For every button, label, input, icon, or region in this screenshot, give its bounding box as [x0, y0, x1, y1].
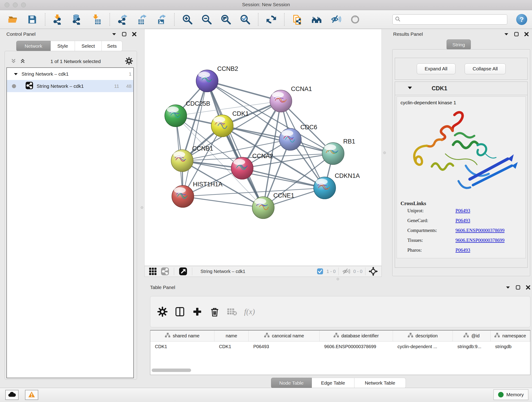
network-edge-HIST1H1A-CCNE1[interactable]	[183, 196, 263, 208]
network-edge-CCNB2-CCNE1[interactable]	[207, 81, 263, 208]
search-icon	[395, 16, 400, 23]
network-node-CCNB2[interactable]	[196, 70, 218, 92]
network-node-CCNB1[interactable]	[171, 150, 193, 172]
collection-expand-icon[interactable]	[14, 71, 18, 77]
column-header-name[interactable]: name	[215, 331, 249, 341]
results-panel-close-icon[interactable]	[524, 32, 529, 36]
export-network-button[interactable]	[116, 12, 130, 27]
table-panel-float-icon[interactable]	[516, 285, 520, 290]
network-node-RB1[interactable]	[322, 143, 344, 165]
tab-node-table[interactable]: Node Table	[271, 378, 312, 388]
left-splitter-handle[interactable]	[141, 206, 143, 209]
table-options-gear-icon[interactable]	[155, 304, 170, 319]
hide-graphics-button[interactable]	[329, 12, 343, 27]
preview-eye-button[interactable]	[348, 12, 362, 27]
right-splitter-handle[interactable]	[383, 152, 386, 154]
network-row-selected[interactable]: String Network – cdk1 11 48	[7, 80, 133, 92]
crosslink-link[interactable]: P06493	[456, 208, 470, 213]
column-header-database-identifier[interactable]: database identifier	[320, 331, 393, 341]
search-box[interactable]	[393, 14, 507, 25]
tab-network[interactable]: Network	[16, 41, 51, 51]
network-canvas[interactable]: CCNB2CCNA1CDC25BCDK1CDC6RB1CCNB1CCNA2CDK…	[144, 29, 382, 266]
hierarchy-icon	[494, 333, 500, 339]
tab-style[interactable]: Style	[51, 41, 75, 51]
network-node-CDC25B[interactable]	[165, 105, 187, 127]
crosslink-link[interactable]: 9606.ENSP00000378699	[456, 237, 505, 243]
network-node-CDC6[interactable]	[279, 128, 301, 150]
table-row[interactable]: CDK1CDK1P064939606.ENSP00000378699cyclin…	[150, 341, 530, 351]
tab-select[interactable]: Select	[75, 41, 102, 51]
collapse-all-button[interactable]: Collapse All	[465, 64, 506, 74]
import-database-button[interactable]	[70, 12, 85, 27]
delete-column-trash-icon[interactable]	[207, 304, 222, 319]
expand-all-button[interactable]: Expand All	[417, 64, 456, 74]
export-table-button[interactable]	[135, 12, 149, 27]
warning-button[interactable]	[25, 390, 38, 400]
fit-selected-crosshair-icon[interactable]	[369, 267, 378, 276]
tab-edge-table[interactable]: Edge Table	[312, 378, 355, 388]
refresh-button[interactable]	[264, 12, 278, 27]
network-edge-count: 48	[121, 83, 133, 89]
birdseye-grid-icon[interactable]	[149, 267, 157, 275]
table-panel-menu-icon[interactable]	[506, 286, 510, 289]
network-options-gear-icon[interactable]	[125, 57, 133, 66]
tab-sets[interactable]: Sets	[102, 41, 122, 51]
crosslink-link[interactable]: 9606.ENSP00000378699	[456, 228, 505, 233]
network-node-CCNA1[interactable]	[270, 90, 292, 112]
zoom-selected-button[interactable]	[238, 12, 252, 27]
table-panel-close-icon[interactable]	[526, 285, 530, 290]
export-image-button[interactable]	[154, 12, 168, 27]
bottom-splitter-handle[interactable]	[336, 278, 339, 280]
import-network-button[interactable]	[51, 12, 65, 27]
crosslink-link[interactable]: P06493	[456, 247, 470, 253]
show-columns-icon[interactable]	[172, 304, 187, 319]
tab-string[interactable]: String	[447, 39, 471, 50]
preview-eye-icon	[350, 14, 360, 25]
save-session-button[interactable]	[25, 12, 39, 27]
table-cell: P06493	[249, 344, 320, 349]
expand-all-networks-icon[interactable]	[19, 57, 26, 65]
open-in-window-icon[interactable]	[179, 267, 187, 276]
crosslink-label: Tissues:	[407, 237, 456, 243]
zoom-out-button[interactable]	[200, 12, 214, 27]
search-input[interactable]	[402, 17, 505, 22]
control-panel-menu-icon[interactable]	[112, 32, 116, 36]
column-header--id[interactable]: @id	[453, 331, 491, 341]
network-node-CCNA2[interactable]	[231, 157, 253, 179]
selected-checkbox-icon[interactable]	[317, 268, 323, 274]
collapse-all-networks-icon[interactable]	[10, 57, 17, 65]
string-home-button[interactable]	[310, 12, 324, 27]
clone-network-button[interactable]	[290, 12, 304, 27]
network-collection-row[interactable]: String Network – cdk1 1	[7, 68, 133, 80]
column-header-namespace[interactable]: namespace	[491, 331, 530, 341]
control-panel-float-icon[interactable]	[122, 32, 127, 36]
tab-network-table[interactable]: Network Table	[355, 378, 406, 388]
network-edge-CCNB2-CCNA1[interactable]	[207, 81, 281, 101]
cdk1-collapse-icon[interactable]	[407, 86, 412, 90]
column-header-description[interactable]: description	[393, 331, 453, 341]
network-node-CCNE1[interactable]	[252, 197, 274, 219]
results-panel-float-icon[interactable]	[514, 32, 519, 36]
open-session-button[interactable]	[6, 12, 20, 27]
crosslink-row: Tissues:9606.ENSP00000378699	[407, 237, 526, 243]
network-edge-CCNB2-HIST1H1A[interactable]	[183, 81, 207, 196]
network-node-CDKN1A[interactable]	[314, 177, 336, 199]
help-button[interactable]: ?	[516, 14, 527, 25]
create-column-plus-icon[interactable]	[190, 304, 205, 319]
share-network-icon[interactable]	[161, 267, 169, 276]
memory-button[interactable]: Memory	[494, 389, 528, 400]
results-panel-menu-icon[interactable]	[504, 32, 509, 36]
crosslink-link[interactable]: P06493	[456, 218, 470, 223]
import-table-button[interactable]	[89, 12, 104, 27]
network-node-HIST1H1A[interactable]	[172, 185, 194, 207]
network-node-CDK1[interactable]	[211, 115, 233, 137]
current-network-dot-icon	[12, 84, 16, 88]
table-horizontal-scrollbar[interactable]	[152, 369, 191, 372]
control-panel-close-icon[interactable]	[132, 32, 137, 36]
zoom-in-button[interactable]	[180, 12, 195, 27]
cloud-button[interactable]	[5, 390, 19, 400]
status-bar: Memory	[0, 388, 532, 402]
zoom-fit-button[interactable]	[219, 12, 233, 27]
column-header-canonical-name[interactable]: canonical name	[249, 331, 320, 341]
column-header-shared-name[interactable]: shared name	[150, 331, 215, 341]
